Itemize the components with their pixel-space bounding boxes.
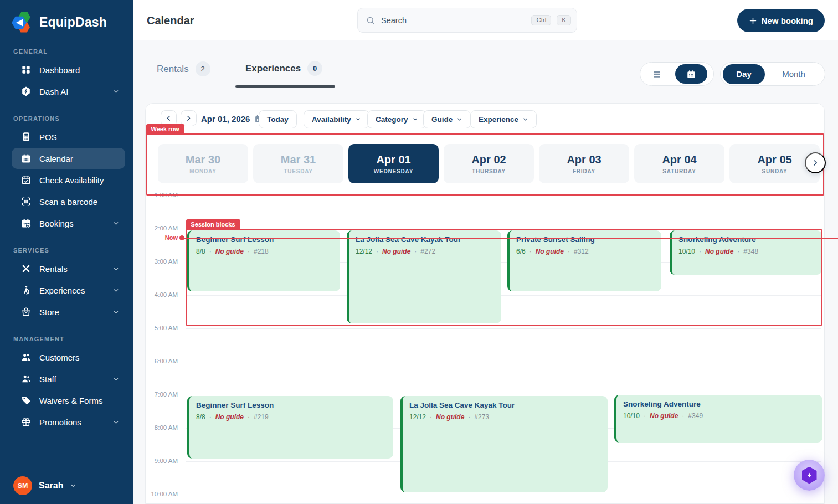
tab-rentals[interactable]: Rentals 2: [157, 61, 210, 76]
sidebar-item-dashboard[interactable]: Dashboard: [12, 59, 125, 80]
tabs-row: Rentals 2 Experiences 0 Day Month: [133, 40, 838, 90]
week-day-cell-apr-02[interactable]: Apr 02THURSDAY: [444, 144, 534, 183]
new-booking-button[interactable]: New booking: [737, 9, 825, 32]
next-day-button[interactable]: [181, 110, 197, 126]
chevron-down-icon: [112, 220, 120, 227]
event-title: La Jolla Sea Cave Kayak Tour: [409, 401, 601, 409]
page-title: Calendar: [147, 14, 194, 27]
sidebar-item-scan-a-barcode[interactable]: Scan a barcode: [12, 191, 125, 212]
hour-gridline: [186, 295, 821, 296]
event-capacity: 10/10: [678, 248, 695, 255]
day-date: Apr 02: [471, 153, 506, 166]
search-input[interactable]: [381, 16, 526, 25]
sidebar-item-bookings[interactable]: Bookings: [12, 213, 125, 234]
week-day-cell-apr-04[interactable]: Apr 04SATURDAY: [634, 144, 724, 183]
event-capacity: 12/12: [356, 248, 372, 255]
list-view-toggle[interactable]: [643, 64, 671, 84]
today-button[interactable]: Today: [259, 110, 297, 128]
dot-separator: ·: [209, 248, 212, 255]
ai-assistant-fab[interactable]: [794, 460, 825, 491]
staff-icon: [20, 373, 32, 384]
search-box[interactable]: Ctrl K: [357, 8, 577, 33]
session-block-218[interactable]: Beginner Surf Lesson8/8·No guide·#218: [187, 230, 340, 291]
week-next-button[interactable]: [805, 152, 826, 173]
tab-experiences-count-badge: 0: [307, 61, 322, 76]
view-mode-toggle: [640, 62, 714, 86]
sidebar-item-customers[interactable]: Customers: [12, 347, 125, 368]
dot-separator: ·: [568, 248, 570, 255]
day-view-button[interactable]: Day: [723, 64, 765, 84]
hex-bolt-icon: [20, 86, 32, 97]
event-capacity: 12/12: [409, 413, 426, 421]
shortcut-ctrl-key: Ctrl: [531, 15, 551, 26]
hour-label: 1:00 AM: [146, 192, 178, 198]
sidebar-item-label: Scan a barcode: [39, 197, 97, 207]
sidebar-item-label: Dash AI: [39, 87, 69, 96]
sidebar-item-pos[interactable]: POS: [12, 126, 125, 147]
sidebar-item-calendar[interactable]: Calendar: [12, 148, 125, 169]
guide-filter[interactable]: Guide: [423, 110, 471, 128]
sidebar-item-waivers-forms[interactable]: Waivers & Forms: [12, 390, 125, 411]
sidebar-item-store[interactable]: Store: [12, 301, 125, 322]
dot-separator: ·: [644, 412, 646, 420]
tab-experiences[interactable]: Experiences 0: [245, 61, 322, 76]
category-filter[interactable]: Category: [367, 110, 426, 128]
session-block-312[interactable]: Private Sunset Sailing6/6·No guide·#312: [507, 230, 661, 291]
session-block-273[interactable]: La Jolla Sea Cave Kayak Tour12/12·No gui…: [400, 396, 608, 492]
event-meta: 6/6·No guide·#312: [516, 248, 655, 255]
experience-filter[interactable]: Experience: [470, 110, 537, 128]
hour-label: 8:00 AM: [146, 424, 178, 431]
chevron-down-icon: [70, 482, 76, 489]
sidebar-item-experiences[interactable]: Experiences: [12, 280, 125, 301]
day-date: Mar 31: [281, 153, 316, 166]
week-day-cell-apr-01[interactable]: Apr 01WEDNESDAY: [348, 144, 439, 183]
sidebar-item-label: Promotions: [39, 418, 81, 427]
sidebar-item-label: Experiences: [39, 286, 85, 295]
month-view-button[interactable]: Month: [765, 69, 822, 79]
day-date: Apr 03: [567, 153, 601, 166]
hour-label: 6:00 AM: [146, 358, 178, 364]
week-day-cell-apr-03[interactable]: Apr 03FRIDAY: [539, 144, 629, 183]
session-block-219[interactable]: Beginner Surf Lesson8/8·No guide·#219: [187, 396, 393, 459]
dot-separator: ·: [248, 413, 250, 421]
day-date: Apr 04: [662, 153, 696, 166]
chevron-down-icon: [112, 419, 120, 426]
list-icon: [652, 69, 662, 79]
user-menu[interactable]: SM Sarah: [13, 476, 76, 495]
sidebar-item-label: Check Availability: [39, 176, 104, 185]
chevron-down-icon: [355, 116, 361, 122]
now-indicator-line: [182, 238, 838, 239]
week-day-cell-mar-30[interactable]: Mar 30MONDAY: [158, 144, 248, 183]
sidebar-section-label: MANAGEMENT: [0, 323, 133, 346]
event-guide-status: No guide: [705, 248, 733, 255]
current-date-label: Apr 01, 2026: [201, 114, 250, 124]
event-title: Beginner Surf Lesson: [196, 235, 333, 244]
event-guide-status: No guide: [536, 248, 564, 255]
app-logo[interactable]: EquipDash: [0, 0, 133, 35]
event-meta: 12/12·No guide·#272: [356, 248, 495, 255]
sidebar-item-rentals[interactable]: Rentals: [12, 258, 125, 279]
availability-filter[interactable]: Availability: [304, 110, 369, 128]
prev-day-button[interactable]: [161, 110, 177, 126]
chevron-right-icon: [185, 115, 192, 122]
session-block-348[interactable]: Snorkeling Adventure10/10·No guide·#348: [670, 230, 822, 275]
sidebar-item-promotions[interactable]: Promotions: [12, 412, 125, 433]
calendar-icon: [686, 69, 696, 79]
hexagon-bolt-icon: [802, 467, 817, 484]
event-capacity: 8/8: [196, 413, 205, 421]
current-date[interactable]: Apr 01, 2026: [201, 114, 264, 124]
session-block-349[interactable]: Snorkeling Adventure10/10·No guide·#349: [614, 395, 822, 443]
now-label: Now: [146, 234, 178, 241]
event-guide-status: No guide: [650, 412, 678, 420]
week-day-cell-mar-31[interactable]: Mar 31TUESDAY: [253, 144, 343, 183]
sidebar-item-staff[interactable]: Staff: [12, 368, 125, 389]
sidebar-item-check-availability[interactable]: Check Availability: [12, 169, 125, 191]
sidebar-section-label: SERVICES: [0, 234, 133, 258]
session-block-272[interactable]: La Jolla Sea Cave Kayak Tour12/12·No gui…: [347, 230, 501, 323]
tab-rentals-label: Rentals: [157, 64, 189, 75]
event-ref: #219: [254, 413, 269, 421]
event-ref: #312: [574, 248, 589, 255]
tag-icon: [20, 395, 32, 406]
calendar-view-toggle[interactable]: [675, 64, 707, 84]
sidebar-item-dash-ai[interactable]: Dash AI: [12, 81, 125, 102]
